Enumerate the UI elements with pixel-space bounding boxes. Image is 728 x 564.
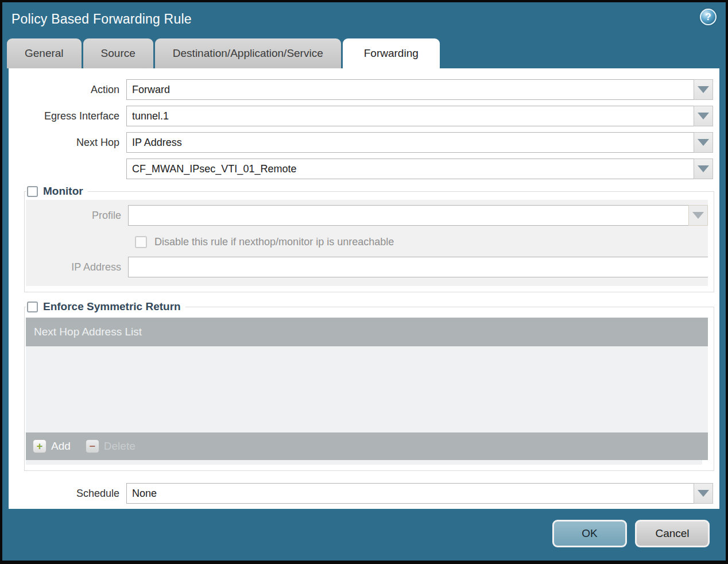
add-button[interactable]: + Add	[33, 439, 71, 453]
monitor-legend: Monitor	[26, 185, 88, 198]
tab-destination-application-service[interactable]: Destination/Application/Service	[155, 38, 341, 68]
monitor-disable-rule-row: Disable this rule if nexthop/monitor ip …	[135, 234, 708, 250]
monitor-profile-field	[128, 205, 708, 226]
chevron-down-icon	[698, 86, 709, 93]
disable-rule-checkbox	[135, 236, 147, 248]
egress-interface-row: Egress Interface	[9, 106, 713, 126]
monitor-section: Monitor Profile Disable this rule if nex…	[24, 185, 714, 292]
schedule-row: Schedule	[9, 483, 713, 504]
next-hop-address-list-header-label: Next Hop Address List	[34, 326, 142, 338]
action-row: Action	[9, 79, 713, 100]
action-field	[126, 79, 713, 100]
monitor-profile-dropdown-button	[688, 205, 708, 226]
monitor-profile-label: Profile	[26, 210, 128, 222]
table-bottom-strip	[26, 460, 702, 465]
disable-rule-label: Disable this rule if nexthop/monitor ip …	[154, 236, 394, 248]
ok-button[interactable]: OK	[552, 520, 627, 547]
next-hop-type-input[interactable]	[126, 132, 694, 153]
monitor-checkbox[interactable]	[27, 186, 38, 197]
monitor-ip-address-input	[128, 257, 708, 277]
monitor-profile-row: Profile	[26, 205, 708, 226]
schedule-label: Schedule	[9, 488, 126, 500]
next-hop-address-dropdown-button[interactable]	[694, 159, 713, 179]
chevron-down-icon	[692, 212, 704, 219]
next-hop-type-row: Next Hop	[9, 132, 713, 153]
egress-interface-field	[126, 106, 713, 126]
next-hop-address-row	[9, 159, 713, 179]
next-hop-address-table-toolbar: + Add − Delete	[26, 432, 708, 460]
chevron-down-icon	[698, 165, 709, 172]
action-input[interactable]	[126, 79, 694, 100]
next-hop-address-input[interactable]	[126, 159, 694, 179]
next-hop-type-field	[126, 132, 713, 153]
policy-based-forwarding-dialog: Policy Based Forwarding Rule ? General S…	[0, 0, 728, 564]
symmetric-return-legend: Enforce Symmetric Return	[26, 300, 185, 313]
symmetric-return-section: Enforce Symmetric Return Next Hop Addres…	[24, 300, 714, 471]
dialog-title: Policy Based Forwarding Rule	[11, 11, 192, 27]
next-hop-address-table: Next Hop Address List + Add − Delete	[26, 318, 708, 465]
action-dropdown-button[interactable]	[694, 79, 713, 100]
plus-icon: +	[33, 439, 47, 453]
tab-bar: General Source Destination/Application/S…	[7, 38, 442, 68]
monitor-ip-address-row: IP Address	[26, 257, 708, 277]
add-button-label: Add	[51, 440, 71, 453]
minus-icon: −	[86, 439, 99, 453]
tab-source[interactable]: Source	[83, 38, 153, 68]
schedule-dropdown-button[interactable]	[694, 483, 713, 504]
cancel-button[interactable]: Cancel	[635, 520, 710, 547]
chevron-down-icon	[698, 139, 709, 146]
monitor-ip-address-label: IP Address	[26, 261, 128, 273]
monitor-section-label: Monitor	[43, 185, 83, 198]
next-hop-address-table-header: Next Hop Address List	[26, 318, 708, 346]
tab-general[interactable]: General	[7, 38, 82, 68]
egress-interface-label: Egress Interface	[9, 110, 126, 122]
next-hop-address-table-body[interactable]	[26, 346, 708, 432]
help-glyph: ?	[705, 11, 711, 23]
egress-interface-input[interactable]	[126, 106, 694, 126]
symmetric-return-section-label: Enforce Symmetric Return	[43, 300, 181, 313]
chevron-down-icon	[698, 490, 709, 497]
help-icon[interactable]: ?	[700, 9, 717, 25]
dialog-titlebar: Policy Based Forwarding Rule ?	[2, 2, 726, 37]
tab-content-forwarding: Action Egress Interface Next Hop	[9, 68, 719, 509]
schedule-field	[126, 483, 713, 504]
delete-button-label: Delete	[104, 440, 135, 453]
chevron-down-icon	[698, 113, 709, 119]
schedule-input[interactable]	[126, 483, 694, 504]
monitor-ip-address-field	[128, 257, 708, 277]
monitor-panel: Profile Disable this rule if nexthop/mon…	[26, 200, 708, 286]
next-hop-address-field	[126, 159, 713, 179]
tab-forwarding[interactable]: Forwarding	[343, 38, 440, 68]
monitor-profile-input	[128, 205, 688, 226]
next-hop-label: Next Hop	[9, 137, 126, 149]
next-hop-type-dropdown-button[interactable]	[694, 132, 713, 153]
action-label: Action	[9, 84, 126, 96]
egress-interface-dropdown-button[interactable]	[694, 106, 713, 126]
delete-button: − Delete	[86, 439, 135, 453]
dialog-footer: OK Cancel	[2, 505, 726, 561]
enforce-symmetric-return-checkbox[interactable]	[27, 302, 38, 312]
